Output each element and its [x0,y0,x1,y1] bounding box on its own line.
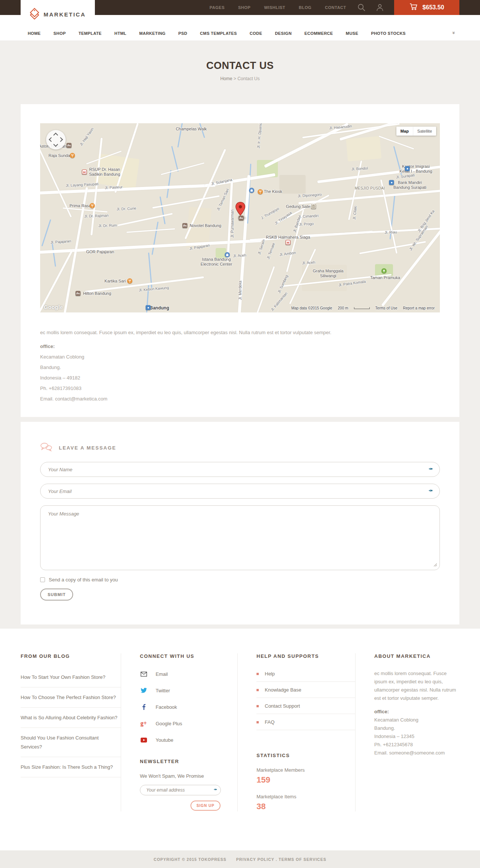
social-link-gplus[interactable]: g+Google Plus [140,720,237,727]
category-nav-item[interactable]: CMS TEMPLATES [200,31,237,36]
blog-post-link[interactable]: How To Start Your Own Fashion Store? [21,667,121,687]
category-nav-item[interactable]: ECOMMERCE [304,31,333,36]
social-link-facebook[interactable]: Facebook [140,703,237,711]
more-categories-chevron-icon[interactable]: » [451,31,457,34]
pen-icon: ✒ [428,466,433,472]
terms-of-use-link[interactable]: Terms of Use [375,306,398,310]
contact-info-card: Map Satellite Google Map data ©2015 Goog… [21,104,459,417]
map-label: Jl. Ambon [279,250,296,257]
map-label: Jl. Layang Pasupati [66,181,99,188]
map-label-line: Jl. Hasanudin [329,124,352,130]
category-nav-item[interactable]: HOME [28,31,41,36]
newsletter-email-input[interactable] [140,785,221,795]
help-link[interactable]: FAQ [256,714,355,730]
map-river [166,170,171,198]
breadcrumb-home[interactable]: Home [220,76,232,81]
google-map[interactable]: Map Satellite Google Map data ©2015 Goog… [40,123,440,312]
park-poi-icon [381,268,387,273]
cart-button[interactable]: $653.50 [394,0,459,15]
message-textarea[interactable] [40,505,440,570]
office-address-line: Indonesia – 49182 [40,373,440,383]
category-nav-item[interactable]: PSD [178,31,187,36]
pan-down-icon[interactable] [53,142,58,147]
social-link-email[interactable]: Email [140,670,237,678]
resize-handle-icon[interactable] [433,561,437,568]
city-poi-icon [389,180,394,185]
header-nav-item[interactable]: WISHLIST [264,5,285,10]
map-label-line: Jl. Kebon Kawung [138,285,169,293]
blog-post-link[interactable]: What is So Alluring About Celebrity Fash… [21,708,121,728]
brand-logo[interactable]: MARKETICA [21,0,95,29]
about-text: ec mollis lorem consequat. Fusce ipsum e… [374,669,459,702]
map-label: Jl. Purnawarman [230,209,235,238]
social-link-label: Twitter [156,688,170,693]
chat-bubbles-icon [40,442,52,453]
email-input[interactable] [40,484,440,499]
category-nav-item[interactable]: CODE [250,31,262,36]
map-label: Jl. Tirtayasa [273,210,292,226]
map-label-line: Gedung Sate [286,204,310,209]
account-icon[interactable] [376,4,384,11]
about-address-line: Indonesia – 12345 [374,732,459,741]
help-link[interactable]: Contact Support [256,698,355,714]
submit-button[interactable]: SUBMIT [40,589,73,601]
map-label-line: Hilton Bandung [83,291,111,296]
hotel-poi-icon [76,291,81,296]
map-label: GOR Pajajaran [86,249,114,254]
category-nav-item[interactable]: SHOP [54,31,66,36]
help-link[interactable]: Help [256,666,355,682]
map-label-line: Kantor Imigrasi [399,164,432,169]
help-link-label: Knowladge Base [265,687,302,693]
newsletter-tagline: We Won't Spam, We Promise [140,773,237,779]
footer-about-column: ABOUT MARKETICA ec mollis lorem consequa… [355,653,459,811]
category-nav-item[interactable]: PHOTO STOCKS [371,31,405,36]
blog-post-link[interactable]: Should You Use Fashion Consultant Servic… [21,728,121,757]
search-icon[interactable] [357,3,366,12]
name-input[interactable] [40,462,440,477]
social-link-twitter[interactable]: Twitter [140,687,237,694]
map-road [152,195,220,209]
breadcrumb: Home > Contact Us [0,76,480,81]
header-nav-item[interactable]: PAGES [210,5,225,10]
map-label: The Kiosk [264,189,282,194]
category-nav-item[interactable]: MARKETING [139,31,165,36]
map-type-map-button[interactable]: Map [396,127,413,136]
map-label: Jl. Merdeka [238,281,243,300]
pan-right-icon[interactable] [58,137,63,142]
policy-links[interactable]: PRIVACY POLICY . TERMS OF SERVICES [236,857,326,862]
map-label: Jl. Sulanjana [211,177,233,187]
social-link-youtube[interactable]: Youtube [140,736,237,744]
header-nav-item[interactable]: SHOP [238,5,250,10]
map-pan-control[interactable] [46,130,66,149]
category-nav-item[interactable]: MUSE [346,31,358,36]
header-nav-item[interactable]: BLOG [299,5,312,10]
send-copy-checkbox[interactable] [40,577,45,582]
blog-post-link[interactable]: Plus Size Fashion: Is There Such a Thing… [21,757,121,777]
category-nav-item[interactable]: HTML [114,31,126,36]
tag-logo-icon [30,8,39,21]
category-nav-item[interactable]: DESIGN [275,31,292,36]
about-address-line: Bandung. [374,724,459,732]
email-icon [140,672,147,677]
help-link[interactable]: Knowladge Base [256,682,355,698]
map-label: Novotel Bandung [190,223,221,228]
office-address: office: Kecamatan CoblongBandung.Indones… [40,341,440,404]
header-nav-item[interactable]: CONTACT [325,5,346,10]
about-address-line: Ph. +6212345678 [374,741,459,749]
map-poi [249,188,254,193]
map-poi [258,189,263,194]
about-office-address: office: Kecamatan CoblongBandung.Indones… [374,708,459,757]
map-label: Istana BandungElectronic Center [201,257,232,267]
report-map-error-link[interactable]: Report a map error [403,306,435,310]
map-label: Jl. Hasanudin [329,124,352,130]
page-title: CONTACT US [0,40,480,72]
pan-up-icon[interactable] [53,133,58,137]
signup-button[interactable]: SIGN UP [190,801,220,811]
category-nav-item[interactable]: TEMPLATE [78,31,102,36]
pan-left-icon[interactable] [49,137,54,142]
map-pin-icon[interactable] [235,202,246,220]
map-label: Jl. Dr. Rum [98,223,117,229]
map-type-satellite-button[interactable]: Satellite [413,127,436,136]
map-label-line: Taman Pramuka [370,275,400,280]
blog-post-link[interactable]: How To Choose The Perfect Fashion Store? [21,687,121,708]
